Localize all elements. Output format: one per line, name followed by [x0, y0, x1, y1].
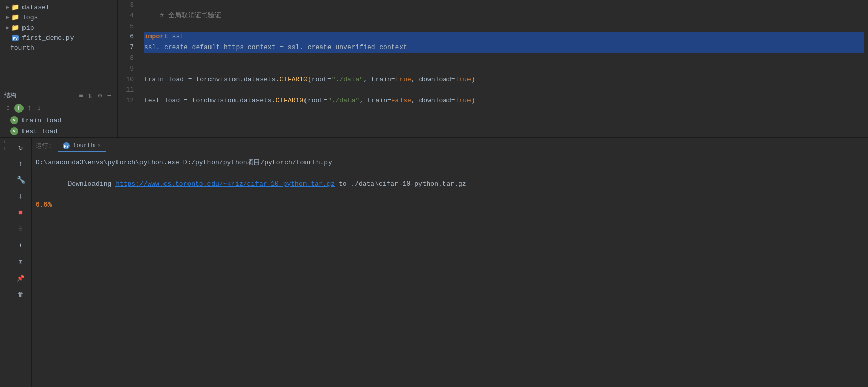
line-num-7: 7 — [122, 42, 134, 53]
folder-icon: 📁 — [11, 3, 19, 11]
line-num-10: 10 — [122, 75, 134, 85]
scroll-to-end-button[interactable]: ⬇ — [14, 238, 28, 253]
badge-v-icon: v — [10, 127, 18, 135]
expand-arrow: ▶ — [6, 4, 9, 10]
sidebar-item-label: fourth — [10, 44, 34, 52]
run-output: D:\anaconda3\envs\pytorch\python.exe D:/… — [32, 154, 868, 387]
var-ssl-unverified: ssl._create_unverified_context — [288, 43, 407, 51]
comment-text: # 全局取消证书验证 — [144, 12, 221, 19]
scroll-down-button[interactable]: ↓ — [14, 189, 28, 203]
pin-button[interactable]: 📌 — [14, 271, 28, 285]
output-cmd-full: D:\anaconda3\envs\pytorch\python.exe D:/… — [36, 157, 864, 168]
far-left-strip: ⇨ ⇨ — [0, 138, 10, 387]
output-download-line: Downloading https://www.cs.toronto.edu/~… — [36, 168, 864, 200]
code-content[interactable]: # 全局取消证书验证 import ssl ssl._create_defaul… — [140, 0, 868, 137]
sort-down-btn[interactable]: ↓ — [35, 103, 43, 113]
badge-v-icon: v — [10, 116, 18, 124]
sidebar-item-dataset[interactable]: ▶ 📁 dataset — [0, 2, 117, 12]
run-tab-name: fourth — [73, 142, 95, 149]
var-test-load: test_load — [144, 97, 180, 104]
code-line-10: train_load = torchvision.datasets.CIFAR1… — [144, 75, 864, 85]
expand-arrow: ▶ — [6, 25, 9, 31]
run-content: 运行: py fourth × D:\anaconda3\envs\pytorc… — [32, 138, 868, 387]
op-equals: = — [275, 43, 287, 51]
settings-button[interactable]: 🔧 — [14, 173, 28, 187]
structure-toolbar: ≡ ⇅ ⚙ − — [77, 90, 113, 100]
sort-az-btn[interactable]: ↕ — [4, 103, 12, 113]
bottom-panel: ⇨ ⇨ ↻ ↑ 🔧 ↓ ■ ≡ ⬇ ⊞ 📌 🗑 运行: py fourth × … — [0, 138, 868, 387]
struct-item-train-load[interactable]: v train_load — [0, 115, 117, 126]
code-line-9 — [144, 64, 864, 75]
download-suffix: to ./data\cifar-10-python.tar.gz — [335, 180, 466, 188]
sidebar-item-pip[interactable]: ▶ 📁 pip — [0, 22, 117, 33]
rerun-button[interactable]: ↻ — [14, 140, 28, 154]
strip-icon-2[interactable]: ⇨ — [2, 147, 8, 150]
sidebar: ▶ 📁 dataset ▶ 📁 logs ▶ 📁 pip ▶ py first_… — [0, 0, 118, 137]
top-area: ▶ 📁 dataset ▶ 📁 logs ▶ 📁 pip ▶ py first_… — [0, 0, 868, 138]
line-num-9: 9 — [122, 64, 134, 75]
layers-button[interactable]: ⊞ — [14, 255, 28, 269]
list-button[interactable]: ≡ — [14, 222, 28, 236]
line-num-5: 5 — [122, 21, 134, 32]
run-tab-icon: py — [63, 142, 70, 149]
line-num-12: 12 — [122, 96, 134, 106]
module-ssl: ssl — [168, 33, 184, 40]
sidebar-item-label: dataset — [22, 4, 50, 11]
sidebar-item-label: first_demo.py — [22, 34, 74, 42]
code-line-7: ssl._create_default_https_context = ssl.… — [144, 42, 864, 53]
line-num-8: 8 — [122, 53, 134, 64]
sort-toolbar: ↕ f ↑ ↓ — [0, 102, 117, 115]
code-line-11 — [144, 85, 864, 96]
strip-icon-1[interactable]: ⇨ — [2, 140, 8, 143]
line-num-11: 11 — [122, 85, 134, 96]
structure-section: 结构 ≡ ⇅ ⚙ − ↕ f ↑ ↓ v train_load — [0, 88, 117, 137]
collapse-icon[interactable]: − — [106, 91, 113, 100]
sidebar-item-label: pip — [22, 24, 34, 32]
run-tab-close[interactable]: × — [97, 143, 101, 149]
sidebar-item-fourth[interactable]: fourth — [0, 43, 117, 53]
struct-item-label: test_load — [21, 128, 57, 135]
sidebar-item-first-demo[interactable]: ▶ py first_demo.py — [0, 33, 117, 43]
download-prefix: Downloading — [67, 180, 115, 188]
line-num-4: 4 — [122, 11, 134, 21]
code-line-4: # 全局取消证书验证 — [144, 11, 864, 21]
line-numbers: 3 4 5 6 7 8 9 10 11 12 — [118, 0, 140, 137]
download-url[interactable]: https://www.cs.toronto.edu/~kriz/cifar-1… — [115, 180, 335, 188]
run-tabs: 运行: py fourth × — [32, 138, 868, 154]
editor-area: 3 4 5 6 7 8 9 10 11 12 # 全局取消证书验证 impo — [118, 0, 868, 137]
trash-button[interactable]: 🗑 — [14, 287, 28, 302]
line-num-3: 3 — [122, 0, 134, 11]
var-train-load: train_load — [144, 76, 184, 83]
code-line-3 — [144, 0, 864, 11]
folder-icon: 📁 — [11, 24, 19, 32]
line-num-6: 6 — [122, 32, 134, 42]
code-view[interactable]: 3 4 5 6 7 8 9 10 11 12 # 全局取消证书验证 impo — [118, 0, 868, 137]
sort-icon[interactable]: ⇅ — [87, 90, 94, 100]
run-label: 运行: — [36, 142, 52, 150]
expand-arrow: ▶ — [6, 14, 9, 20]
settings-icon[interactable]: ⚙ — [96, 90, 103, 100]
sidebar-item-label: logs — [22, 14, 38, 21]
var-ssl-context: ssl._create_default_https_context — [144, 43, 275, 51]
code-line-5 — [144, 21, 864, 32]
file-tree: ▶ 📁 dataset ▶ 📁 logs ▶ 📁 pip ▶ py first_… — [0, 0, 117, 88]
scroll-up-button[interactable]: ↑ — [14, 156, 28, 171]
struct-item-label: train_load — [21, 117, 61, 124]
output-progress: 6.6% — [36, 200, 864, 211]
sort-up-btn[interactable]: ↑ — [26, 103, 34, 113]
structure-header: 结构 ≡ ⇅ ⚙ − — [0, 88, 117, 102]
code-line-12: test_load = torchvision.datasets.CIFAR10… — [144, 96, 864, 106]
run-sidebar: ↻ ↑ 🔧 ↓ ■ ≡ ⬇ ⊞ 📌 🗑 — [10, 138, 32, 387]
sort-f-btn[interactable]: f — [14, 104, 24, 113]
folder-icon: 📁 — [11, 13, 19, 21]
code-line-8 — [144, 53, 864, 64]
keyword-import: import — [144, 33, 168, 40]
align-icon[interactable]: ≡ — [77, 91, 84, 100]
run-tab-fourth[interactable]: py fourth × — [58, 140, 106, 152]
sidebar-item-logs[interactable]: ▶ 📁 logs — [0, 12, 117, 22]
stop-button[interactable]: ■ — [14, 206, 28, 220]
struct-item-test-load[interactable]: v test_load — [0, 126, 117, 137]
structure-title: 结构 — [4, 91, 16, 100]
py-file-icon: py — [11, 34, 19, 42]
code-line-6: import ssl — [144, 32, 864, 42]
